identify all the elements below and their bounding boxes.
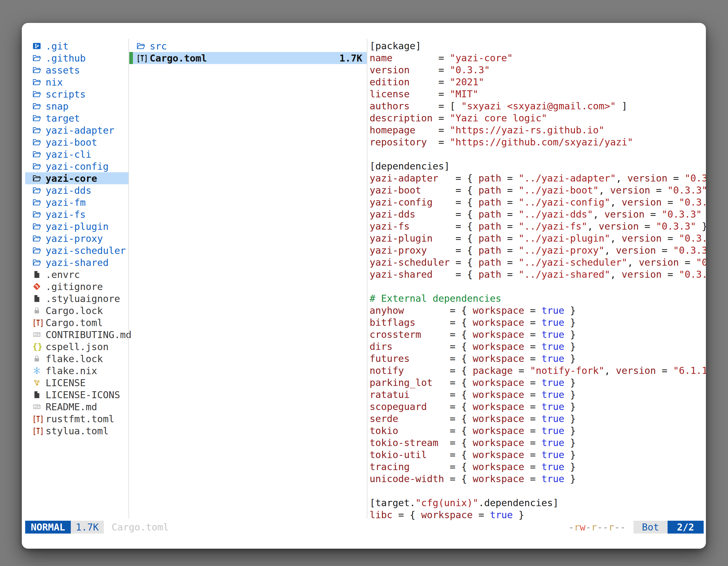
status-bar-right: -rw-r--r-- Bot 2/2 <box>568 521 704 534</box>
file-row-cspell.json[interactable]: {}cspell.json <box>25 340 129 353</box>
file-label: assets <box>46 65 80 76</box>
preview-line: scopeguard = { workspace = true } <box>370 401 706 413</box>
file-label: CONTRIBUTING.md <box>46 329 131 340</box>
file-row-CONTRIBUTING.md[interactable]: CONTRIBUTING.md <box>25 328 129 340</box>
file-label: .gitignore <box>46 281 103 292</box>
file-label: flake.nix <box>46 365 97 376</box>
file-row-yazi-plugin[interactable]: yazi-plugin <box>25 220 129 233</box>
file-row-yazi-proxy[interactable]: yazi-proxy <box>25 233 129 245</box>
mode-badge: NORMAL <box>25 521 71 534</box>
file-row-Cargo.toml[interactable]: [T]Cargo.toml1.7K <box>129 52 367 64</box>
file-row-yazi-cli[interactable]: yazi-cli <box>25 148 129 160</box>
file-label: yazi-config <box>46 161 109 172</box>
yazi-terminal-window: .git.githubassetsnixscriptssnaptargetyaz… <box>22 23 706 549</box>
pane-divider <box>128 39 129 518</box>
toml-icon: [T] <box>32 414 46 424</box>
file-row-flake.lock[interactable]: flake.lock <box>25 353 129 365</box>
file-row-yazi-boot[interactable]: yazi-boot <box>25 136 129 148</box>
folder-open-icon <box>32 126 46 135</box>
file-label: LICENSE <box>46 377 86 388</box>
folder-open-icon <box>32 174 46 183</box>
file-row-yazi-core[interactable]: yazi-core <box>25 172 129 184</box>
lock-icon <box>32 306 46 315</box>
file-row-LICENSE-ICONS[interactable]: LICENSE-ICONS <box>25 389 129 401</box>
file-row-.envrc[interactable]: .envrc <box>25 269 129 281</box>
file-row-yazi-dds[interactable]: yazi-dds <box>25 184 129 196</box>
preview-line: tokio-util = { workspace = true } <box>370 449 706 461</box>
file-row-rustfmt.toml[interactable]: [T]rustfmt.toml <box>25 413 129 425</box>
file-row-yazi-fs[interactable]: yazi-fs <box>25 208 129 220</box>
preview-line: notify = { package = "notify-fork", vers… <box>370 365 706 377</box>
preview-line: dirs = { workspace = true } <box>370 340 706 353</box>
file-row-yazi-fm[interactable]: yazi-fm <box>25 196 129 208</box>
file-row-assets[interactable]: assets <box>25 64 129 76</box>
folder-open-icon <box>32 138 46 147</box>
preview-line <box>370 485 706 497</box>
toml-icon: [T] <box>32 318 46 328</box>
file-row-Cargo.toml[interactable]: [T]Cargo.toml <box>25 316 129 328</box>
file-label: yazi-scheduler <box>46 245 126 256</box>
folder-open-icon <box>32 66 46 74</box>
git-ignore-icon <box>32 282 46 291</box>
preview-line: name = "yazi-core" <box>370 52 706 64</box>
file-icon <box>32 270 46 279</box>
desktop-background: .git.githubassetsnixscriptssnaptargetyaz… <box>0 0 728 566</box>
nix-snowflake-icon <box>32 366 46 375</box>
file-label: snap <box>46 101 69 112</box>
preview-line: [dependencies] <box>370 160 706 172</box>
preview-line: yazi-fs = { path = "../yazi-fs", version… <box>370 220 706 233</box>
preview-line: license = "MIT" <box>370 88 706 100</box>
file-row-.git[interactable]: .git <box>25 40 129 52</box>
file-icon <box>32 294 46 303</box>
preview-line: serde = { workspace = true } <box>370 413 706 425</box>
file-row-src[interactable]: src <box>129 40 367 52</box>
file-row-yazi-shared[interactable]: yazi-shared <box>25 257 129 269</box>
preview-line: repository = "https://github.com/sxyazi/… <box>370 136 706 148</box>
file-label: .github <box>46 53 86 64</box>
file-row-.github[interactable]: .github <box>25 52 129 64</box>
preview-line <box>370 281 706 292</box>
file-row-target[interactable]: target <box>25 112 129 124</box>
preview-line: crossterm = { workspace = true } <box>370 328 706 340</box>
preview-line: tracing = { workspace = true } <box>370 461 706 473</box>
file-row-scripts[interactable]: scripts <box>25 88 129 100</box>
file-row-yazi-scheduler[interactable]: yazi-scheduler <box>25 245 129 257</box>
preview-line: description = "Yazi core logic" <box>370 112 706 124</box>
file-label: yazi-dds <box>46 185 91 196</box>
file-label: Cargo.toml <box>46 317 103 328</box>
file-row-yazi-adapter[interactable]: yazi-adapter <box>25 124 129 136</box>
file-row-snap[interactable]: snap <box>25 100 129 112</box>
folder-open-icon <box>32 198 46 207</box>
file-label: target <box>46 113 80 124</box>
preview-line: tokio-stream = { workspace = true } <box>370 437 706 449</box>
git-folder-icon <box>32 42 46 50</box>
file-row-yazi-config[interactable]: yazi-config <box>25 160 129 172</box>
folder-open-icon <box>32 78 46 86</box>
preview-line: # External dependencies <box>370 292 706 304</box>
tab-page-badge: 2/2 <box>668 521 704 534</box>
folder-open-icon <box>32 54 46 62</box>
file-row-LICENSE[interactable]: LICENSE <box>25 377 129 389</box>
file-row-nix[interactable]: nix <box>25 76 129 88</box>
folder-open-icon <box>32 102 46 111</box>
preview-line: futures = { workspace = true } <box>370 353 706 365</box>
file-label: yazi-fs <box>46 209 86 220</box>
preview-pane[interactable]: [package]name = "yazi-core"version = "0.… <box>370 40 706 522</box>
file-row-stylua.toml[interactable]: [T]stylua.toml <box>25 425 129 437</box>
folder-open-icon <box>32 150 46 159</box>
license-keys-icon <box>32 378 46 387</box>
file-label: .git <box>46 41 69 52</box>
preview-line: yazi-adapter = { path = "../yazi-adapter… <box>370 172 706 184</box>
file-row-README.md[interactable]: README.md <box>25 401 129 413</box>
parent-pane: .git.githubassetsnixscriptssnaptargetyaz… <box>25 40 129 437</box>
folder-open-icon <box>32 234 46 243</box>
file-row-Cargo.lock[interactable]: Cargo.lock <box>25 304 129 316</box>
file-row-flake.nix[interactable]: flake.nix <box>25 365 129 377</box>
preview-line: [target."cfg(unix)".dependencies] <box>370 497 706 509</box>
preview-line: ratatui = { workspace = true } <box>370 389 706 401</box>
file-row-.styluaignore[interactable]: .styluaignore <box>25 292 129 304</box>
toml-icon: [T] <box>32 426 46 436</box>
markdown-icon <box>32 402 46 411</box>
file-row-.gitignore[interactable]: .gitignore <box>25 281 129 292</box>
folder-open-icon <box>32 162 46 171</box>
